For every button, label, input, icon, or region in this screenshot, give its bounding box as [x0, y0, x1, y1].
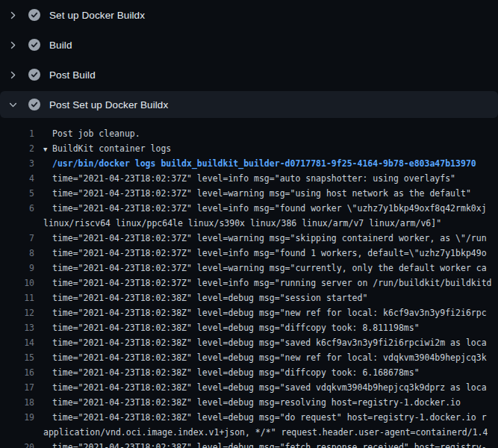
log-line: 10time="2021-04-23T18:02:37Z" level=info…	[0, 276, 498, 290]
steps-list: Set up Docker Buildx Build Post Build Po…	[0, 0, 498, 118]
line-number[interactable]: 8	[0, 246, 34, 261]
line-number[interactable]: 20	[0, 440, 34, 448]
log-text: application/vnd.oci.image.index.v1+json,…	[25, 425, 488, 440]
log-lines: 1Post job cleanup.2▼BuildKit container l…	[0, 126, 498, 448]
line-number[interactable]: 19	[0, 410, 34, 425]
log-line: 1Post job cleanup.	[0, 126, 498, 141]
log-viewer: 1Post job cleanup.2▼BuildKit container l…	[0, 119, 498, 448]
line-number[interactable]: 6	[0, 201, 34, 216]
check-circle-icon	[28, 69, 40, 81]
log-text: time="2021-04-23T18:02:38Z" level=debug …	[34, 365, 420, 380]
log-text: /usr/bin/docker logs buildx_buildkit_bui…	[34, 156, 476, 171]
log-text: time="2021-04-23T18:02:37Z" level=info m…	[34, 171, 455, 186]
step-label: Post Set up Docker Buildx	[49, 99, 168, 111]
log-line: 12time="2021-04-23T18:02:38Z" level=debu…	[0, 305, 498, 320]
line-number[interactable]: 16	[0, 365, 34, 380]
log-line: 16time="2021-04-23T18:02:38Z" level=debu…	[0, 365, 498, 380]
chevron-right-icon	[7, 40, 18, 50]
step-set-up-docker-buildx[interactable]: Set up Docker Buildx	[0, 0, 498, 30]
line-number[interactable]: 11	[0, 290, 34, 305]
step-post-build[interactable]: Post Build	[0, 60, 498, 90]
log-text: time="2021-04-23T18:02:38Z" level=debug …	[34, 380, 487, 395]
log-line-wrap: application/vnd.oci.image.index.v1+json,…	[0, 425, 498, 440]
log-line: 18time="2021-04-23T18:02:38Z" level=debu…	[0, 395, 498, 410]
step-label: Build	[49, 40, 72, 51]
log-text: linux/riscv64 linux/ppc64le linux/s390x …	[25, 216, 441, 231]
log-text: Post job cleanup.	[34, 126, 140, 141]
step-build[interactable]: Build	[0, 30, 498, 60]
line-number[interactable]: 7	[0, 231, 34, 246]
log-text: time="2021-04-23T18:02:37Z" level=info m…	[34, 276, 492, 290]
log-line: 17time="2021-04-23T18:02:38Z" level=debu…	[0, 380, 498, 395]
line-number[interactable]: 10	[0, 276, 34, 290]
log-text: time="2021-04-23T18:02:38Z" level=debug …	[34, 440, 487, 448]
line-number[interactable]: 4	[0, 171, 34, 186]
log-line: 8time="2021-04-23T18:02:37Z" level=info …	[0, 246, 498, 261]
log-text: time="2021-04-23T18:02:38Z" level=debug …	[34, 320, 420, 335]
line-number[interactable]: 17	[0, 380, 34, 395]
line-number[interactable]: 13	[0, 320, 34, 335]
line-number[interactable]: 9	[0, 261, 34, 276]
log-line: 4time="2021-04-23T18:02:37Z" level=info …	[0, 171, 498, 186]
log-text: time="2021-04-23T18:02:37Z" level=info m…	[34, 201, 487, 216]
chevron-right-icon	[7, 69, 18, 80]
line-number[interactable]: 5	[0, 186, 34, 201]
log-line-group-toggle[interactable]: 2▼BuildKit container logs	[0, 141, 498, 156]
log-text: time="2021-04-23T18:02:38Z" level=debug …	[34, 290, 367, 305]
line-number[interactable]: 1	[0, 126, 34, 141]
line-number[interactable]: 18	[0, 395, 34, 410]
chevron-down-icon	[7, 99, 18, 110]
check-circle-icon	[28, 39, 40, 51]
line-number[interactable]: 15	[0, 350, 34, 365]
log-text: time="2021-04-23T18:02:37Z" level=warnin…	[34, 261, 487, 276]
line-number[interactable]: 14	[0, 335, 34, 350]
step-label: Set up Docker Buildx	[49, 10, 145, 21]
log-text: time="2021-04-23T18:02:38Z" level=debug …	[34, 305, 487, 320]
log-line-command[interactable]: 3/usr/bin/docker logs buildx_buildkit_bu…	[0, 156, 498, 171]
log-line: 14time="2021-04-23T18:02:38Z" level=debu…	[0, 335, 498, 350]
line-number[interactable]: 12	[0, 305, 34, 320]
log-line: 19time="2021-04-23T18:02:38Z" level=debu…	[0, 410, 498, 425]
log-line: 11time="2021-04-23T18:02:38Z" level=debu…	[0, 290, 498, 305]
log-text: time="2021-04-23T18:02:37Z" level=warnin…	[34, 231, 487, 246]
log-text: time="2021-04-23T18:02:37Z" level=warnin…	[34, 186, 471, 201]
group-caret-icon: ▼	[43, 142, 52, 156]
log-text: time="2021-04-23T18:02:38Z" level=debug …	[34, 335, 487, 350]
log-text: time="2021-04-23T18:02:37Z" level=info m…	[34, 246, 487, 261]
line-number[interactable]: 2	[0, 141, 34, 156]
log-text: ▼BuildKit container logs	[34, 141, 171, 156]
check-circle-icon	[28, 99, 40, 111]
log-line: 5time="2021-04-23T18:02:37Z" level=warni…	[0, 186, 498, 201]
step-post-set-up-docker-buildx[interactable]: Post Set up Docker Buildx	[0, 91, 498, 118]
log-text: time="2021-04-23T18:02:38Z" level=debug …	[34, 395, 461, 410]
log-text: time="2021-04-23T18:02:38Z" level=debug …	[34, 410, 487, 425]
log-line: 15time="2021-04-23T18:02:38Z" level=debu…	[0, 350, 498, 365]
log-text: time="2021-04-23T18:02:38Z" level=debug …	[34, 350, 487, 365]
log-line-wrap: linux/riscv64 linux/ppc64le linux/s390x …	[0, 216, 498, 231]
log-line: 20time="2021-04-23T18:02:38Z" level=debu…	[0, 440, 498, 448]
line-number[interactable]: 3	[0, 156, 34, 171]
check-circle-icon	[28, 9, 40, 21]
log-line: 9time="2021-04-23T18:02:37Z" level=warni…	[0, 261, 498, 276]
chevron-right-icon	[7, 10, 18, 20]
step-label: Post Build	[49, 69, 96, 81]
log-line: 7time="2021-04-23T18:02:37Z" level=warni…	[0, 231, 498, 246]
log-line: 13time="2021-04-23T18:02:38Z" level=debu…	[0, 320, 498, 335]
log-line: 6time="2021-04-23T18:02:37Z" level=info …	[0, 201, 498, 216]
